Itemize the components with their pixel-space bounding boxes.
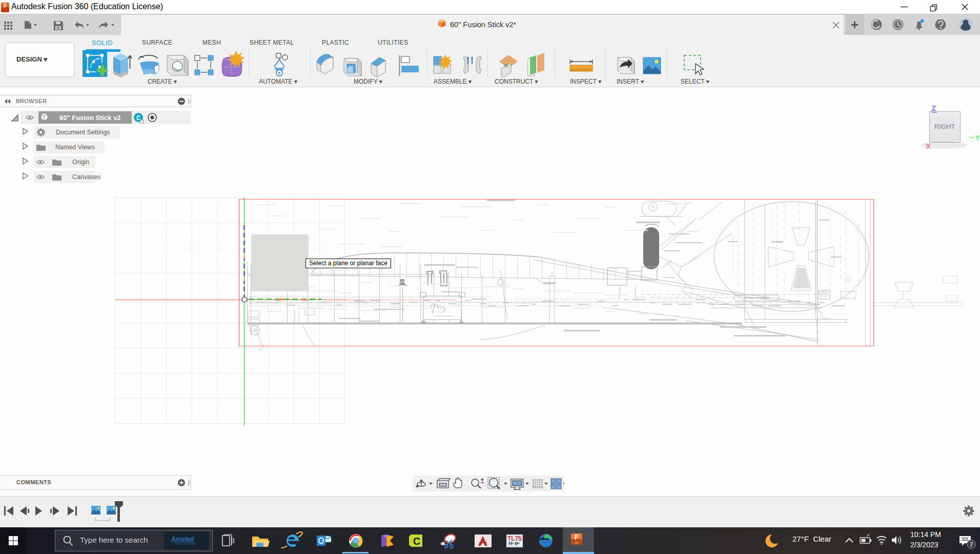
- svg-text:Y: Y: [975, 133, 980, 142]
- svg-text:Canvases: Canvases: [72, 173, 101, 181]
- svg-text:60" Fusion Stick v2: 60" Fusion Stick v2: [59, 114, 121, 122]
- svg-text:C: C: [136, 114, 141, 122]
- svg-text:C: C: [413, 536, 420, 547]
- svg-text:7: 7: [970, 541, 973, 548]
- svg-text:TL75: TL75: [507, 535, 522, 542]
- svg-text:F: F: [575, 533, 579, 541]
- svg-text:X: X: [926, 142, 931, 150]
- svg-text:Origin: Origin: [72, 159, 89, 166]
- svg-text:360: 360: [574, 541, 579, 544]
- svg-text:Z: Z: [931, 104, 936, 112]
- svg-text:Document Settings: Document Settings: [56, 129, 110, 136]
- svg-text:Named Views: Named Views: [55, 144, 95, 151]
- svg-text:F: F: [4, 3, 7, 9]
